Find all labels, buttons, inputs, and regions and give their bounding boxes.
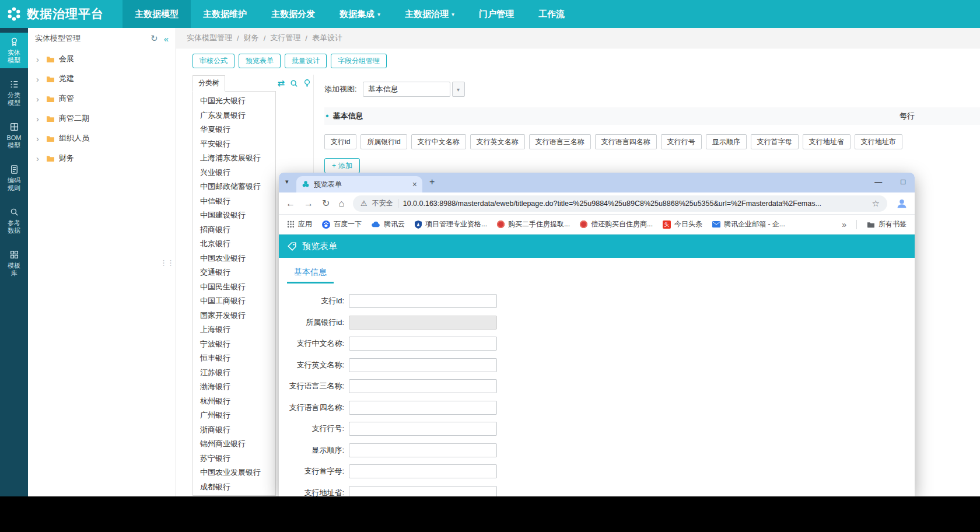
- expand-chevron-icon[interactable]: ›: [36, 134, 42, 144]
- home-icon[interactable]: ⌂: [338, 198, 344, 209]
- field-chip[interactable]: 支行首字母: [751, 134, 799, 149]
- panel-resize-handle[interactable]: ⋮⋮: [160, 261, 174, 265]
- field-input[interactable]: [349, 486, 497, 496]
- expand-chevron-icon[interactable]: ›: [36, 74, 42, 84]
- field-input[interactable]: [349, 316, 497, 330]
- tab-search-icon[interactable]: ▾: [285, 178, 289, 186]
- bank-item[interactable]: 兴业银行: [193, 166, 275, 180]
- bank-item[interactable]: 北京银行: [193, 237, 275, 251]
- tree-folder-row[interactable]: › 财务: [28, 148, 176, 168]
- bank-item[interactable]: 苏宁银行: [193, 452, 275, 466]
- add-field-button[interactable]: + 添加: [324, 158, 360, 173]
- nav-item-data-integration[interactable]: 数据集成▾: [327, 0, 393, 28]
- search-icon[interactable]: [290, 79, 298, 88]
- nav-item-master-data-model[interactable]: 主数据模型: [123, 0, 191, 28]
- bookmark-apps[interactable]: 应用: [287, 219, 312, 229]
- rail-item-reference-data[interactable]: 参考 数据: [0, 203, 28, 239]
- bookmark-tencent-cloud[interactable]: 腾讯云: [372, 219, 405, 229]
- bank-item[interactable]: 平安银行: [193, 137, 275, 152]
- reload-icon[interactable]: ↻: [322, 198, 330, 209]
- tab-basic-info[interactable]: 基本信息: [287, 264, 334, 284]
- bank-item[interactable]: 中国农业发展银行: [193, 466, 275, 480]
- rail-item-bom-model[interactable]: BOM 模型: [0, 118, 28, 153]
- security-label[interactable]: 不安全: [372, 198, 393, 208]
- new-tab-icon[interactable]: +: [429, 177, 435, 187]
- back-icon[interactable]: ←: [286, 198, 295, 209]
- bank-item[interactable]: 广东发展银行: [193, 108, 275, 123]
- view-select-value[interactable]: 基本信息: [363, 82, 450, 97]
- collapse-panel-icon[interactable]: «: [164, 34, 169, 44]
- field-input[interactable]: [349, 443, 497, 457]
- bank-item[interactable]: 广州银行: [193, 408, 275, 423]
- bank-item[interactable]: 成都银行: [193, 480, 275, 495]
- tab-category-tree[interactable]: 分类树: [192, 75, 225, 92]
- bank-item[interactable]: 中国光大银行: [193, 94, 275, 108]
- view-select-dropdown-icon[interactable]: ▾: [452, 82, 465, 97]
- field-chip[interactable]: 支行行号: [661, 134, 702, 149]
- bank-item[interactable]: 招商银行: [193, 223, 275, 237]
- minimize-button[interactable]: —: [874, 177, 882, 186]
- tree-folder-row[interactable]: › 党建: [28, 69, 176, 89]
- bookmark-housing-fund-2[interactable]: 偿还购买自住房商...: [580, 219, 653, 229]
- rail-item-entity-model[interactable]: 实体 模型: [0, 33, 28, 68]
- swap-icon[interactable]: ⇄: [277, 78, 285, 89]
- bank-item[interactable]: 交通银行: [193, 265, 275, 280]
- bookmark-baidu[interactable]: 百度一下: [322, 219, 362, 229]
- tree-folder-row[interactable]: › 商管: [28, 89, 176, 108]
- field-input[interactable]: [349, 422, 497, 436]
- nav-item-master-data-distribution[interactable]: 主数据分发: [259, 0, 327, 28]
- field-chip[interactable]: 支行中文名称: [411, 134, 466, 149]
- bookmark-toutiao[interactable]: 头 今日头条: [663, 219, 702, 229]
- bank-item[interactable]: 中国民生银行: [193, 280, 275, 295]
- bookmark-housing-fund-1[interactable]: 购买二手住房提取...: [497, 219, 570, 229]
- rail-item-classification-model[interactable]: 分类 模型: [0, 75, 28, 111]
- bulb-icon[interactable]: [303, 79, 311, 88]
- rail-item-coding-rules[interactable]: 编码 规则: [0, 160, 28, 196]
- field-chip[interactable]: 支行地址市: [855, 134, 902, 149]
- field-chip[interactable]: 支行地址省: [803, 134, 850, 149]
- bookmark-pmp[interactable]: 项目管理专业资格...: [415, 219, 487, 229]
- field-chip[interactable]: 支行英文名称: [470, 134, 525, 149]
- toolbar-button[interactable]: 预览表单: [239, 54, 281, 68]
- all-bookmarks[interactable]: 所有书签: [867, 219, 907, 229]
- nav-item-portal-management[interactable]: 门户管理: [467, 0, 526, 28]
- expand-chevron-icon[interactable]: ›: [36, 94, 42, 104]
- bookmark-star-icon[interactable]: ☆: [872, 198, 880, 209]
- profile-avatar-icon[interactable]: [896, 198, 908, 209]
- bank-item[interactable]: 中信银行: [193, 194, 275, 209]
- refresh-icon[interactable]: ↻: [150, 33, 158, 44]
- toolbar-button[interactable]: 批量设计: [285, 54, 327, 68]
- tree-folder-row[interactable]: › 组织人员: [28, 128, 176, 148]
- toolbar-button[interactable]: 审核公式: [192, 54, 235, 68]
- tab-close-icon[interactable]: ×: [412, 180, 417, 189]
- bank-item[interactable]: 国家开发银行: [193, 309, 275, 323]
- field-input[interactable]: [349, 379, 497, 393]
- expand-chevron-icon[interactable]: ›: [36, 153, 42, 163]
- rail-item-template-library[interactable]: 模板 库: [0, 246, 28, 281]
- browser-tab[interactable]: 预览表单 ×: [296, 176, 422, 192]
- url-text[interactable]: 10.0.0.163:8988/masterdata/eweb/titlepag…: [403, 200, 867, 208]
- field-input[interactable]: [349, 337, 497, 351]
- forward-icon[interactable]: →: [304, 198, 313, 209]
- bank-item[interactable]: 中国工商银行: [193, 294, 275, 309]
- field-chip[interactable]: 支行语言三名称: [529, 134, 591, 149]
- field-input[interactable]: [349, 401, 497, 415]
- bookmark-tencent-exmail[interactable]: 腾讯企业邮箱 - 企...: [712, 219, 785, 229]
- expand-chevron-icon[interactable]: ›: [36, 54, 42, 64]
- bank-item[interactable]: 渤海银行: [193, 380, 275, 394]
- bank-item[interactable]: 上海浦东发展银行: [193, 151, 275, 166]
- bank-item[interactable]: 宁波银行: [193, 337, 275, 352]
- toolbar-button[interactable]: 字段分组管理: [331, 54, 387, 68]
- field-chip[interactable]: 所属银行id: [360, 134, 407, 149]
- field-chip[interactable]: 显示顺序: [706, 134, 747, 149]
- field-chip[interactable]: 支行id: [324, 134, 356, 149]
- expand-chevron-icon[interactable]: ›: [36, 114, 42, 124]
- tree-folder-row[interactable]: › 会展: [28, 49, 176, 69]
- bank-item[interactable]: 江苏银行: [193, 366, 275, 380]
- bank-item[interactable]: 中国邮政储蓄银行: [193, 180, 275, 194]
- field-input[interactable]: [349, 294, 497, 308]
- nav-item-master-data-maintenance[interactable]: 主数据维护: [191, 0, 259, 28]
- bank-item[interactable]: 杭州银行: [193, 394, 275, 409]
- nav-item-master-data-governance[interactable]: 主数据治理▾: [393, 0, 467, 28]
- browser-titlebar[interactable]: ▾ 预览表单 × + — □: [279, 173, 915, 192]
